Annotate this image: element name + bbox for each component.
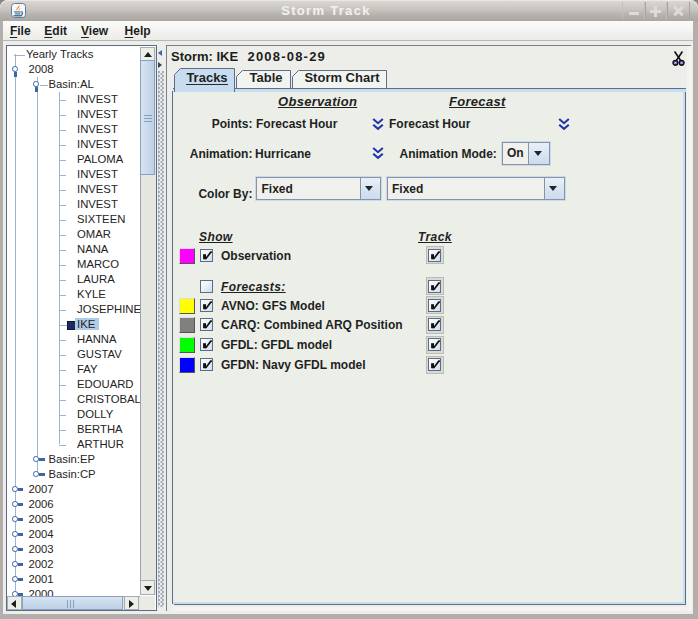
- svg-text:Table: Table: [250, 70, 283, 85]
- svg-text:Storm Chart: Storm Chart: [304, 70, 380, 85]
- svg-text:Tracks: Tracks: [186, 70, 227, 85]
